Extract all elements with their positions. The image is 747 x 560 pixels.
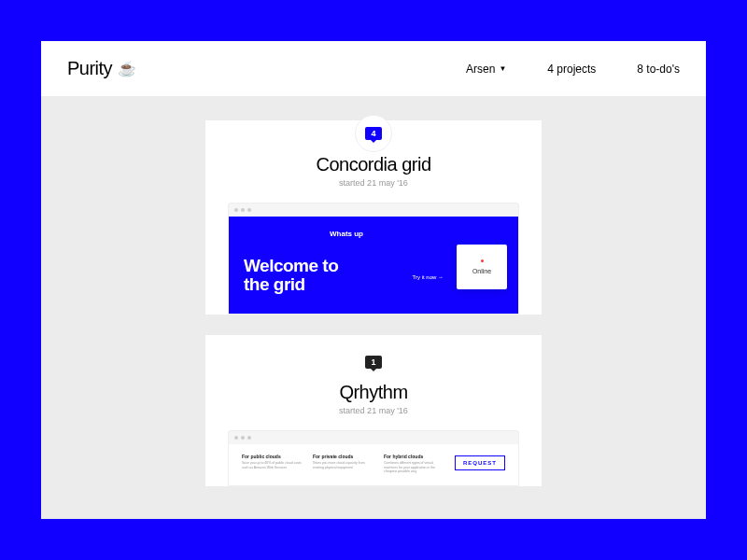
- comment-badge-icon: 4: [365, 127, 382, 140]
- column-title: For hybrid clouds: [384, 454, 444, 459]
- nav: Arsen ▼ 4 projects 8 to-do's: [466, 63, 680, 76]
- column-title: For private clouds: [313, 454, 373, 459]
- project-subtitle: started 21 may '16: [339, 178, 408, 188]
- column-title: For public clouds: [242, 454, 302, 459]
- preview-body: Whats up Welcome to the grid Try it now …: [229, 217, 518, 314]
- column-text: Combines different types of virtual mach…: [384, 461, 444, 474]
- project-preview: Whats up Welcome to the grid Try it now …: [228, 203, 519, 315]
- request-button: REQUEST: [455, 455, 505, 470]
- projects-link[interactable]: 4 projects: [547, 63, 596, 76]
- preview-column: For private clouds Gives you more cloud …: [313, 454, 373, 485]
- badge-circle: 4: [355, 115, 392, 152]
- project-preview: For public clouds Save you up to 40% of …: [228, 430, 519, 486]
- app-window: Purity ☕ Arsen ▼ 4 projects 8 to-do's 4 …: [41, 41, 706, 519]
- try-link: Try it now →: [413, 274, 444, 280]
- preview-body: For public clouds Save you up to 40% of …: [229, 444, 518, 485]
- status-dot-icon: [481, 259, 484, 262]
- project-title: Concordia grid: [316, 154, 430, 175]
- header: Purity ☕ Arsen ▼ 4 projects 8 to-do's: [41, 41, 706, 96]
- user-dropdown[interactable]: Arsen ▼: [466, 63, 506, 76]
- column-text: Gives you more cloud capacity from exist…: [313, 461, 373, 469]
- window-dots-icon: [229, 203, 518, 217]
- window-dots-icon: [229, 431, 518, 444]
- user-name: Arsen: [466, 63, 495, 76]
- project-title: Qrhythm: [339, 382, 407, 403]
- status-text: Online: [472, 268, 491, 274]
- coffee-icon: ☕: [118, 60, 136, 77]
- todos-link[interactable]: 8 to-do's: [637, 63, 680, 76]
- preview-column: For hybrid clouds Combines different typ…: [384, 454, 444, 485]
- project-subtitle: started 21 may '16: [339, 406, 408, 415]
- project-card[interactable]: 4 Concordia grid started 21 may '16 What…: [205, 120, 542, 315]
- brand-name: Purity: [67, 58, 112, 79]
- preview-column: For public clouds Save you up to 40% of …: [242, 454, 302, 485]
- chevron-down-icon: ▼: [499, 64, 506, 73]
- column-text: Save you up to 40% of public cloud costs…: [242, 461, 302, 469]
- preview-heading-small: Whats up: [330, 230, 503, 238]
- content-area: 4 Concordia grid started 21 may '16 What…: [41, 96, 706, 519]
- status-card: Online: [457, 245, 507, 289]
- project-card[interactable]: 1 Qrhythm started 21 may '16 For public …: [205, 335, 542, 486]
- brand[interactable]: Purity ☕: [67, 58, 136, 79]
- comment-badge-icon: 1: [365, 356, 382, 369]
